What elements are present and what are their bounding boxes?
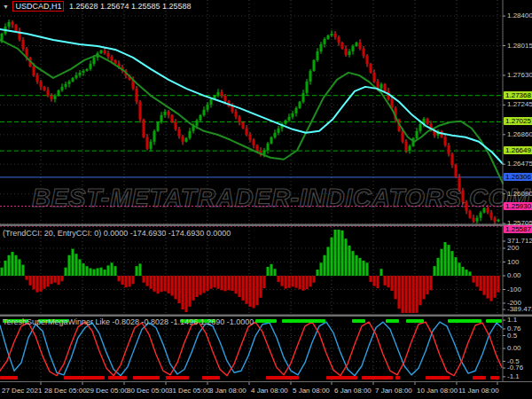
cci-bar-down — [29, 276, 32, 286]
bear-candle — [36, 75, 39, 82]
bear-candle — [143, 120, 145, 137]
cci-bar-down — [281, 276, 284, 286]
bull-candle — [409, 146, 411, 151]
bull-candle — [217, 92, 220, 96]
buy-signal-bar — [448, 319, 481, 323]
cci-axis-label: 200 — [507, 244, 519, 252]
bull-candle — [292, 113, 294, 117]
cci-bar-down — [231, 276, 234, 291]
cci-bar-down — [412, 276, 415, 313]
cci-bar-down — [51, 276, 53, 284]
cci-bar-up — [79, 259, 82, 276]
cci-bar-down — [430, 276, 433, 290]
bull-candle — [331, 34, 333, 35]
bull-candle — [352, 46, 355, 51]
cci-bar-up — [8, 255, 11, 276]
cci-bar-down — [33, 276, 35, 290]
bear-candle — [246, 129, 248, 135]
cci-bar-up — [136, 266, 138, 276]
bull-candle — [90, 64, 92, 69]
cci-bar-down — [207, 276, 209, 291]
buy-signal-bar — [486, 319, 502, 323]
cci-bar-down — [288, 276, 291, 288]
bear-candle — [253, 140, 255, 145]
cci-bar-up — [469, 271, 472, 276]
cci-bar-down — [256, 276, 259, 305]
cci-bar-up — [363, 261, 365, 276]
bull-candle — [416, 131, 419, 138]
cci-bar-up — [15, 255, 18, 276]
bear-candle — [363, 49, 365, 56]
cci-bar-up — [274, 269, 277, 276]
bull-candle — [207, 105, 209, 110]
time-axis-label: 3 Jan 08:00 — [209, 387, 246, 395]
price-axis-label: 1.26090 — [507, 190, 532, 198]
bull-candle — [196, 121, 199, 126]
cci-bar-down — [146, 276, 149, 286]
buy-signal-bar — [386, 319, 399, 323]
cci-bar-down — [370, 276, 372, 282]
teresh-axis-label: 0.00 — [507, 344, 521, 352]
trendcci-indicator-label: (TrendCCI: 20, EntryCCI: 0) 0.0000 -174.… — [3, 229, 231, 238]
ma-slow-line — [0, 40, 503, 184]
bear-candle — [182, 137, 184, 142]
cci-bar-up — [356, 255, 358, 276]
cci-bar-up — [334, 230, 337, 276]
bear-candle — [341, 43, 344, 49]
cci-bar-down — [26, 276, 28, 280]
bear-candle — [107, 53, 110, 57]
bear-candle — [444, 137, 447, 145]
bear-candle — [377, 82, 379, 89]
cci-bar-down — [132, 276, 135, 284]
cci-bar-up — [19, 259, 21, 276]
bull-candle — [288, 117, 291, 121]
bull-candle — [164, 112, 167, 115]
bull-candle — [480, 213, 482, 218]
cci-bar-up — [327, 246, 330, 276]
cci-bar-down — [189, 276, 192, 307]
cci-bar-down — [217, 276, 220, 289]
cci-bar-down — [405, 276, 408, 313]
cci-bar-down — [306, 276, 309, 289]
bear-candle — [104, 51, 106, 53]
bear-candle — [136, 89, 138, 102]
price-level-badge: 1.26306 — [504, 173, 532, 181]
cci-bar-down — [164, 276, 167, 291]
cci-bar-down — [203, 276, 206, 293]
chart-dropdown-icon[interactable]: ▼ — [3, 4, 9, 10]
bull-candle — [476, 218, 479, 222]
bear-candle — [487, 208, 489, 213]
cci-bar-down — [402, 276, 404, 313]
cci-bar-down — [302, 276, 305, 291]
cci-bar-up — [441, 249, 443, 276]
cci-bar-up — [455, 257, 458, 276]
cci-bar-up — [338, 230, 340, 276]
bear-candle — [43, 87, 46, 90]
bull-candle — [324, 39, 326, 44]
cci-bar-down — [175, 276, 177, 299]
cci-bar-down — [285, 276, 287, 289]
cci-bar-down — [278, 276, 280, 282]
cci-bar-down — [153, 276, 156, 292]
cci-bar-down — [185, 276, 188, 312]
sell-signal-bar — [473, 376, 486, 379]
bear-candle — [455, 165, 458, 177]
cci-bar-down — [480, 276, 482, 291]
cci-bar-down — [260, 276, 262, 298]
cci-bar-down — [377, 276, 379, 288]
cci-bar-down — [263, 276, 266, 288]
bear-candle — [221, 92, 223, 96]
cci-bar-down — [47, 276, 50, 286]
bull-candle — [86, 69, 89, 71]
sell-signal-bar — [64, 376, 105, 379]
bull-candle — [65, 84, 67, 87]
bear-candle — [345, 49, 348, 55]
chart-canvas[interactable] — [0, 0, 532, 399]
bull-candle — [356, 43, 358, 46]
cci-bar-up — [97, 268, 99, 276]
bull-candle — [61, 87, 64, 90]
cci-bar-up — [267, 267, 270, 276]
cci-bar-up — [345, 239, 348, 276]
bull-candle — [302, 93, 305, 102]
cci-bar-up — [317, 270, 319, 276]
